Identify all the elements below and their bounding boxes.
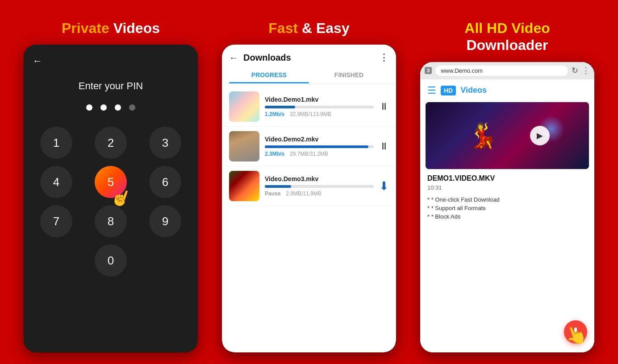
pin-dot-3 <box>115 104 121 111</box>
download-thumb-3 <box>229 171 259 201</box>
panel1-title-part1: Private <box>62 20 109 36</box>
feature-2: * Support all Formats <box>427 205 587 211</box>
panel2-title: Fast & Easy <box>268 20 349 37</box>
browser-bar: 3 www.Demo.com ↻ ⋮ <box>420 62 594 79</box>
video-bg: 💃 ▶ <box>426 102 589 169</box>
download-pause-label-3: Pause <box>265 190 280 197</box>
download-item-1: Video.Demo1.mkv 1.2Mb/s 32.9MB/113.9MB ⏸ <box>222 87 396 127</box>
progress-bar-1 <box>265 106 295 108</box>
panel3-title: All HD Video Downloader <box>464 20 550 54</box>
download-size-3: 2.9MB/11.9MB <box>286 190 321 197</box>
panel1-phone: ← Enter your PIN 1 2 3 4 5 ☝ <box>24 45 198 352</box>
pin-dot-1 <box>86 104 92 111</box>
panel-private-videos: Private Videos ← Enter your PIN 1 2 3 4 <box>12 12 210 352</box>
downloads-tabs: PROGRESS FINISHED <box>222 67 396 83</box>
keypad: 1 2 3 4 5 ☝ 6 7 8 9 0 <box>33 127 189 277</box>
pin-dot-4 <box>129 104 135 111</box>
downloads-menu[interactable]: ⋮ <box>379 52 389 63</box>
download-stats-1: 1.2Mb/s 32.9MB/113.9MB <box>265 111 374 117</box>
download-info-3: Video.Demo3.mkv Pause 2.9MB/11.9MB <box>265 175 374 197</box>
pin-prompt: Enter your PIN <box>79 80 143 92</box>
download-filename-3: Video.Demo3.mkv <box>265 175 374 182</box>
key-0[interactable]: 0 <box>95 244 127 277</box>
progress-bar-3 <box>265 185 291 188</box>
hd-video-time: 10:31 <box>427 184 587 191</box>
progress-bar-wrap-3 <box>265 185 374 188</box>
progress-bar-wrap-1 <box>265 106 374 108</box>
download-thumb-2 <box>229 131 259 161</box>
download-info-1: Video.Demo1.mkv 1.2Mb/s 32.9MB/113.9MB <box>265 96 374 117</box>
download-item-3: Video.Demo3.mkv Pause 2.9MB/11.9MB ⬇ <box>222 166 396 206</box>
panel2-title-part1: Fast <box>268 20 298 36</box>
panel1-title-part2: Videos <box>109 20 160 36</box>
key-3[interactable]: 3 <box>149 127 181 159</box>
pin-screen: ← Enter your PIN 1 2 3 4 5 ☝ <box>24 45 198 352</box>
panel3-phone: 3 www.Demo.com ↻ ⋮ ☰ HD Videos <box>420 62 594 352</box>
panel2-phone: ← Downloads ⋮ PROGRESS FINISHED Video.De… <box>222 45 396 352</box>
download-thumb-1 <box>229 91 259 122</box>
download-size-2: 29.7MB/31.2MB <box>290 151 328 157</box>
panel3-title-part2: Downloader <box>466 37 548 53</box>
key-1[interactable]: 1 <box>40 127 72 159</box>
url-bar[interactable]: www.Demo.com <box>435 66 568 76</box>
fab-download-button[interactable]: ⬇ 👆 <box>564 320 587 343</box>
panel2-title-part2: & Easy <box>298 20 350 36</box>
progress-bar-2 <box>265 145 368 148</box>
download-stats-2: 2.3Mb/s 29.7MB/31.2MB <box>265 151 374 157</box>
download-speed-1: 1.2Mb/s <box>265 111 284 117</box>
key-2[interactable]: 2 <box>95 127 127 159</box>
tab-finished[interactable]: FINISHED <box>309 67 389 83</box>
panel1-title: Private Videos <box>62 20 160 37</box>
browser-tab-count: 3 <box>425 67 432 74</box>
downloads-screen: ← Downloads ⋮ PROGRESS FINISHED Video.De… <box>222 45 396 352</box>
downloads-title: Downloads <box>243 53 374 63</box>
video-thumbnail[interactable]: 💃 ▶ <box>426 102 589 169</box>
download-filename-1: Video.Demo1.mkv <box>265 96 374 103</box>
dancer-icon: 💃 <box>468 121 498 150</box>
hd-features-list: * One-click Fast Download * Support all … <box>427 196 587 220</box>
pin-dots <box>86 104 135 111</box>
download-button-3[interactable]: ⬇ <box>379 179 389 193</box>
hd-app-header: ☰ HD Videos <box>420 79 594 102</box>
browser-icons: ↻ ⋮ <box>572 66 590 75</box>
key-4[interactable]: 4 <box>40 166 72 198</box>
hd-video-name: DEMO1.VIDEO.MKV <box>427 174 587 182</box>
hd-screen: 3 www.Demo.com ↻ ⋮ ☰ HD Videos <box>420 62 594 352</box>
download-info-2: Video.Demo2.mkv 2.3Mb/s 29.7MB/31.2MB <box>265 136 374 157</box>
pin-dot-2 <box>100 104 107 111</box>
downloads-list: Video.Demo1.mkv 1.2Mb/s 32.9MB/113.9MB ⏸ <box>222 83 396 352</box>
hd-badge: HD <box>441 86 456 95</box>
download-filename-2: Video.Demo2.mkv <box>265 136 374 143</box>
progress-bar-wrap-2 <box>265 145 374 148</box>
pause-button-2[interactable]: ⏸ <box>379 141 389 152</box>
panel-downloads: Fast & Easy ← Downloads ⋮ PROGRESS FINIS… <box>210 12 408 352</box>
hamburger-icon[interactable]: ☰ <box>427 85 436 96</box>
panel-hd-downloader: All HD Video Downloader 3 www.Demo.com ↻… <box>408 12 606 352</box>
feature-1: * One-click Fast Download <box>427 196 587 203</box>
download-stats-3: Pause 2.9MB/11.9MB <box>265 190 374 197</box>
download-speed-2: 2.3Mb/s <box>265 151 284 157</box>
browser-menu-icon[interactable]: ⋮ <box>582 66 590 75</box>
download-size-1: 32.9MB/113.9MB <box>290 111 331 117</box>
hd-app-title: Videos <box>460 86 487 95</box>
play-button[interactable]: ▶ <box>530 126 550 145</box>
key-8[interactable]: 8 <box>95 205 127 237</box>
refresh-icon[interactable]: ↻ <box>572 66 578 75</box>
pause-button-1[interactable]: ⏸ <box>379 101 389 112</box>
key-5[interactable]: 5 ☝ <box>95 166 127 198</box>
downloads-header: ← Downloads ⋮ <box>222 45 396 63</box>
feature-3: * Block Ads <box>427 213 587 220</box>
hd-content: ☰ HD Videos 💃 ▶ DEMO1.VIDE <box>420 79 594 352</box>
downloads-back[interactable]: ← <box>229 53 238 63</box>
panel3-title-part1: All HD Video <box>464 20 550 36</box>
hd-content-wrap: ☰ HD Videos 💃 ▶ DEMO1.VIDE <box>420 79 594 352</box>
key-9[interactable]: 9 <box>149 205 181 237</box>
key-6[interactable]: 6 <box>149 166 181 198</box>
tab-progress[interactable]: PROGRESS <box>229 67 309 83</box>
app-container: Private Videos ← Enter your PIN 1 2 3 4 <box>5 5 613 359</box>
download-item-2: Video.Demo2.mkv 2.3Mb/s 29.7MB/31.2MB ⏸ <box>222 127 396 166</box>
key-7[interactable]: 7 <box>40 205 72 237</box>
pin-back-arrow[interactable]: ← <box>33 55 42 67</box>
